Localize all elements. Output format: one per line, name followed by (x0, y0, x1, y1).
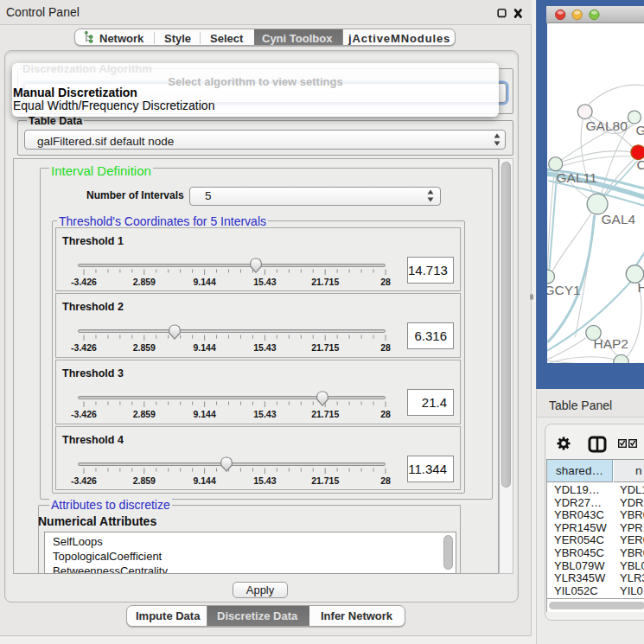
svg-text:GCY1: GCY1 (547, 283, 581, 297)
svg-text:GA: GA (635, 123, 644, 137)
svg-text:GAL80: GAL80 (585, 118, 628, 133)
svg-text:GAL4: GAL4 (601, 212, 635, 226)
svg-text:HAP2: HAP2 (593, 336, 628, 351)
svg-text:C: C (636, 157, 644, 172)
svg-text:H: H (637, 280, 644, 295)
svg-text:GAL11: GAL11 (556, 170, 596, 185)
